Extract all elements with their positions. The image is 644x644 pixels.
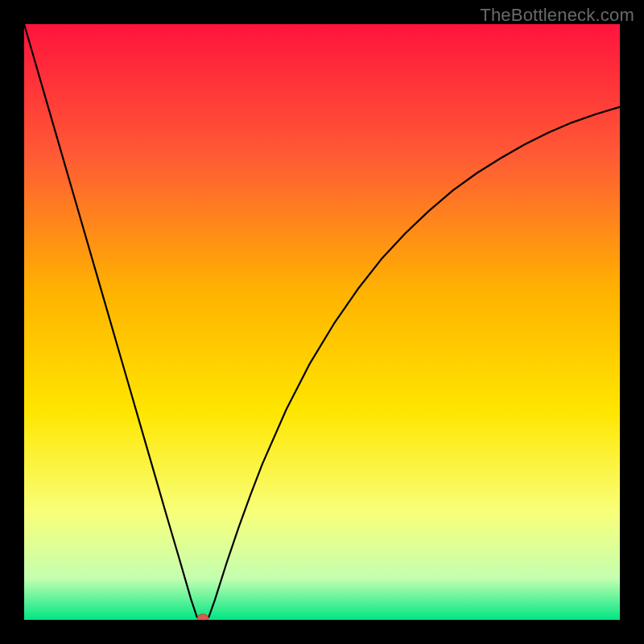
chart-frame [24, 24, 620, 620]
chart-svg [24, 24, 620, 620]
optimum-marker [197, 614, 208, 620]
chart-background [24, 24, 620, 620]
watermark-text: TheBottleneck.com [480, 5, 634, 26]
